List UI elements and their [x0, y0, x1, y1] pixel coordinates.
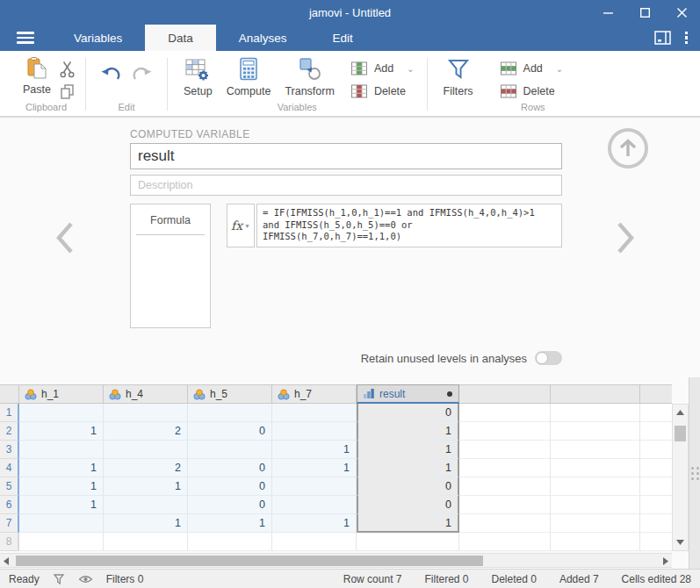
empty-column-header[interactable]: [640, 384, 672, 404]
copy-button[interactable]: [58, 84, 76, 100]
cell[interactable]: 0: [188, 477, 272, 496]
cell[interactable]: [188, 441, 272, 459]
cell[interactable]: [640, 459, 673, 477]
row-number[interactable]: 8: [0, 533, 19, 551]
tab-data[interactable]: Data: [145, 25, 216, 51]
cell[interactable]: 0: [188, 459, 272, 477]
cell[interactable]: [459, 533, 551, 551]
add-variable-button[interactable]: Add ⌄: [350, 60, 415, 77]
cell[interactable]: [272, 533, 357, 551]
empty-column-header[interactable]: [459, 384, 551, 404]
transform-button[interactable]: Transform: [278, 54, 342, 99]
vertical-scrollbar[interactable]: [672, 404, 689, 551]
cell[interactable]: 1: [104, 477, 188, 496]
column-header-h4[interactable]: h_4: [104, 384, 188, 404]
retain-levels-toggle[interactable]: [535, 351, 562, 365]
cell[interactable]: [459, 514, 551, 533]
tab-analyses[interactable]: Analyses: [216, 25, 310, 51]
collapse-editor-button[interactable]: [608, 128, 648, 169]
empty-column-header[interactable]: [551, 384, 640, 404]
cell[interactable]: [272, 404, 357, 422]
cell[interactable]: [19, 514, 104, 533]
cell[interactable]: [551, 422, 640, 441]
cell[interactable]: [19, 404, 104, 422]
column-header-h5[interactable]: h_5: [188, 384, 272, 404]
cell[interactable]: [459, 477, 551, 496]
cell[interactable]: [551, 404, 640, 422]
chevron-down-icon[interactable]: ⌄: [407, 64, 414, 74]
cell[interactable]: [188, 404, 272, 422]
cell[interactable]: [19, 441, 104, 459]
row-number[interactable]: 3: [0, 441, 19, 459]
results-panel-toggle-button[interactable]: [654, 31, 671, 45]
result-cell[interactable]: 0: [357, 496, 459, 514]
cut-button[interactable]: [58, 60, 76, 78]
row-number[interactable]: 4: [0, 459, 19, 477]
cell[interactable]: [640, 477, 673, 496]
description-input[interactable]: [130, 175, 562, 196]
cell[interactable]: 1: [272, 514, 357, 533]
chevron-down-icon[interactable]: ⌄: [556, 64, 563, 74]
cell[interactable]: [640, 441, 673, 459]
cell[interactable]: [551, 496, 640, 514]
cell[interactable]: [640, 533, 673, 551]
result-cell[interactable]: 1: [357, 459, 459, 477]
cell[interactable]: 1: [19, 496, 104, 514]
show-filters-eye-button[interactable]: [78, 574, 93, 584]
cell[interactable]: [459, 496, 551, 514]
cell[interactable]: [272, 477, 357, 496]
cell[interactable]: 2: [104, 422, 188, 441]
compute-button[interactable]: Compute: [220, 54, 278, 99]
result-cell[interactable]: 0: [357, 477, 459, 496]
scroll-right-arrow-icon[interactable]: [662, 556, 669, 566]
result-cell[interactable]: 1: [357, 514, 459, 533]
vertical-scroll-thumb[interactable]: [675, 426, 686, 441]
cell[interactable]: [272, 496, 357, 514]
cell[interactable]: [640, 422, 673, 441]
scroll-down-arrow-icon[interactable]: [676, 539, 684, 546]
horizontal-scrollbar[interactable]: [0, 553, 672, 568]
result-cell[interactable]: 0: [357, 404, 459, 422]
cell[interactable]: 1: [104, 514, 188, 533]
cell[interactable]: [104, 496, 188, 514]
tab-variables[interactable]: Variables: [51, 25, 145, 51]
previous-variable-button[interactable]: [54, 221, 76, 255]
add-row-button[interactable]: Add ⌄: [500, 60, 564, 77]
paste-button[interactable]: Paste: [16, 54, 58, 97]
result-cell[interactable]: [357, 533, 459, 551]
undo-button[interactable]: [100, 65, 121, 83]
cell[interactable]: [459, 404, 551, 422]
fx-function-button[interactable]: fx ▼: [227, 204, 255, 247]
redo-button[interactable]: [132, 65, 153, 83]
cell[interactable]: [640, 514, 673, 533]
variable-name-input[interactable]: [130, 143, 562, 169]
cell[interactable]: 1: [19, 459, 104, 477]
column-header-h1[interactable]: h_1: [19, 384, 104, 404]
cell[interactable]: [104, 404, 188, 422]
column-header-h7[interactable]: h_7: [272, 384, 357, 404]
delete-variable-button[interactable]: Delete: [350, 82, 415, 100]
next-variable-button[interactable]: [615, 221, 636, 255]
row-number[interactable]: 1: [0, 404, 19, 422]
row-number[interactable]: 2: [0, 422, 19, 441]
filter-funnel-button[interactable]: [53, 573, 65, 585]
cell[interactable]: [551, 533, 640, 551]
cell[interactable]: [104, 533, 188, 551]
cell[interactable]: 1: [272, 459, 357, 477]
cell[interactable]: [551, 459, 640, 477]
panel-splitter-handle[interactable]: [689, 377, 700, 569]
result-cell[interactable]: 1: [357, 422, 459, 441]
row-number[interactable]: 5: [0, 477, 19, 496]
more-options-button[interactable]: [685, 32, 688, 44]
close-button[interactable]: [663, 0, 700, 25]
cell[interactable]: 1: [19, 477, 104, 496]
maximize-button[interactable]: [626, 0, 663, 25]
tab-edit[interactable]: Edit: [310, 25, 376, 51]
result-cell[interactable]: 1: [357, 441, 459, 459]
row-number[interactable]: 6: [0, 496, 19, 514]
cell[interactable]: [19, 533, 104, 551]
cell[interactable]: [272, 422, 357, 441]
cell[interactable]: [459, 459, 551, 477]
cell[interactable]: [640, 496, 673, 514]
cell[interactable]: [459, 422, 551, 441]
